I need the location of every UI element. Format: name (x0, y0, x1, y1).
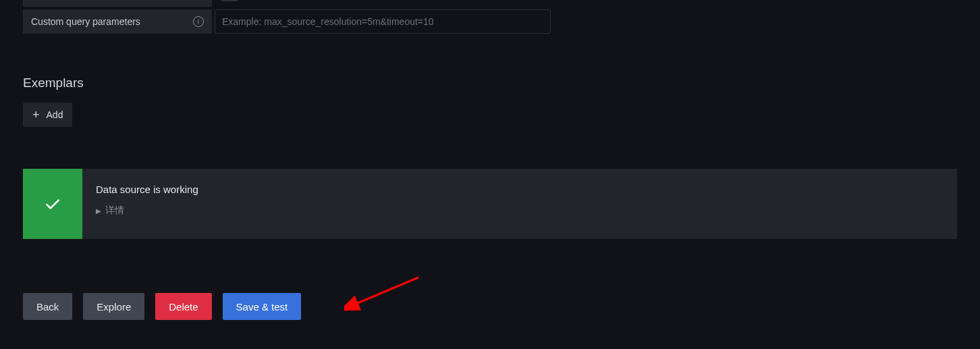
alert-content: Data source is working ▶ 详情 (82, 169, 957, 239)
alert-details-label: 详情 (105, 205, 124, 217)
alert-icon-area (23, 169, 82, 239)
add-button-label: Add (47, 109, 63, 120)
label-text: Custom query parameters (31, 16, 140, 27)
action-button-row: Back Explore Delete Save & test (23, 293, 957, 320)
toggle-container (212, 0, 242, 7)
save-test-button[interactable]: Save & test (223, 293, 302, 320)
disable-metrics-toggle[interactable] (217, 0, 242, 1)
check-icon (44, 195, 61, 213)
disable-metrics-lookup-label: Disable metrics lookup i (23, 0, 212, 7)
custom-query-params-input[interactable] (215, 9, 551, 34)
form-row-custom-query: Custom query parameters i (23, 9, 957, 34)
add-exemplar-button[interactable]: + Add (23, 103, 72, 127)
delete-button[interactable]: Delete (155, 293, 211, 320)
alert-title: Data source is working (96, 184, 944, 195)
explore-button[interactable]: Explore (83, 293, 144, 320)
back-button[interactable]: Back (23, 293, 72, 320)
plus-icon: + (32, 109, 40, 121)
alert-details-toggle[interactable]: ▶ 详情 (96, 205, 944, 217)
exemplars-section-title: Exemplars (23, 76, 957, 90)
info-icon[interactable]: i (193, 16, 204, 27)
alert-success: Data source is working ▶ 详情 (23, 169, 957, 239)
form-row-disable-metrics: Disable metrics lookup i (23, 0, 957, 7)
custom-query-params-label: Custom query parameters i (23, 9, 212, 34)
chevron-right-icon: ▶ (96, 207, 101, 215)
